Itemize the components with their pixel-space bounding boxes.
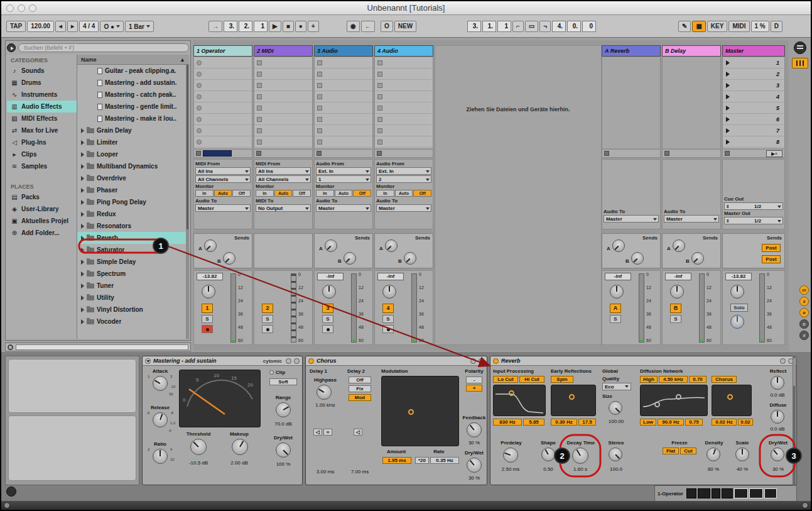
clip-slot[interactable]	[254, 125, 312, 136]
browser-item[interactable]: Vocoder	[77, 316, 189, 327]
clip-slot[interactable]	[254, 114, 312, 125]
session-record-button[interactable]: O	[381, 21, 393, 32]
disclosure-triangle-icon[interactable]	[81, 307, 84, 312]
search-input[interactable]	[18, 43, 189, 52]
clip-stop-button[interactable]	[196, 151, 201, 156]
soft-clip-button[interactable]: Soft	[269, 378, 297, 385]
chorus-rate-value[interactable]: 0.02 Hz	[712, 419, 737, 426]
solo-button[interactable]: S	[262, 315, 273, 323]
track-activator[interactable]: 4	[382, 304, 394, 313]
quantization-menu[interactable]: 1 Bar	[125, 21, 154, 32]
browser-item[interactable]: Tuner	[77, 280, 189, 292]
arm-button[interactable]	[262, 325, 273, 333]
monitor-off-button[interactable]: Off	[232, 190, 251, 197]
scene-slot[interactable]: 2	[723, 69, 784, 80]
volume-display[interactable]: -13.82	[197, 273, 223, 280]
clip-slot[interactable]	[315, 102, 372, 114]
scene-launch-icon[interactable]	[726, 140, 730, 145]
output-route-select[interactable]: Master	[316, 204, 371, 212]
drop-zone[interactable]: Ziehen Sie Dateien und Geräte hierhin.	[435, 45, 602, 345]
attack-knob[interactable]	[153, 376, 168, 391]
scene-slot[interactable]: 8	[723, 136, 784, 148]
pan-knob[interactable]	[322, 285, 336, 299]
clip-slot[interactable]	[194, 136, 252, 148]
input-filter-display[interactable]	[493, 385, 546, 416]
track-header[interactable]: B Delay	[662, 45, 721, 57]
scene-launch-icon[interactable]	[726, 60, 730, 65]
track-activator[interactable]: A	[610, 304, 621, 313]
browser-item[interactable]: Saturator	[77, 244, 189, 256]
loop-start-bars[interactable]: 3.	[467, 21, 481, 32]
feedback-knob[interactable]	[467, 422, 482, 437]
key-map-button[interactable]: KEY	[707, 21, 728, 32]
monitor-in-button[interactable]: In	[316, 190, 334, 197]
scene-launch-icon[interactable]	[726, 72, 730, 77]
disclosure-triangle-icon[interactable]	[81, 164, 84, 169]
place-item[interactable]: ⊕ Add Folder...	[7, 227, 77, 239]
pan-knob[interactable]	[202, 285, 215, 299]
polarity-plus-button[interactable]: +	[466, 385, 482, 392]
device-thumbnail[interactable]	[764, 488, 777, 498]
clip-slot[interactable]	[375, 57, 433, 69]
pre-post-toggle-a[interactable]: Post	[762, 244, 781, 252]
hot-swap-icon[interactable]	[8, 344, 13, 350]
arm-button[interactable]	[382, 325, 394, 333]
list-header[interactable]: Name▲	[77, 55, 189, 65]
scene-slot[interactable]: 4	[723, 91, 784, 102]
size-knob[interactable]	[609, 401, 622, 415]
scene-slot[interactable]: 6	[723, 114, 784, 125]
spin-amount-value[interactable]: 17.5	[578, 419, 596, 426]
device-title[interactable]: Chorus	[317, 358, 337, 364]
computer-midi-keyboard-button[interactable]: ▦	[692, 21, 705, 32]
place-item[interactable]: ◈ User-Library	[7, 203, 77, 215]
device-activator-icon[interactable]	[493, 358, 499, 364]
clip-stop-button[interactable]	[256, 151, 261, 156]
send-b-knob[interactable]	[691, 252, 704, 265]
play-button[interactable]: ▶	[269, 21, 281, 32]
browser-item[interactable]: Grain Delay	[77, 124, 189, 136]
clip-slot[interactable]	[254, 102, 312, 114]
cue-out-select[interactable]: ‖1/2	[724, 202, 783, 210]
device-area-scrollbar[interactable]	[793, 356, 796, 485]
output-route-select[interactable]: Master	[604, 215, 659, 223]
browser-item[interactable]: Utility	[77, 292, 189, 304]
delay1-link-icon[interactable]: ◁	[313, 429, 322, 436]
new-scene-button[interactable]: NEW	[394, 21, 416, 32]
output-route-select[interactable]: Master	[376, 204, 431, 212]
modulation-xy-display[interactable]	[381, 376, 459, 446]
scene-slot[interactable]: 3	[723, 80, 784, 91]
track-header[interactable]: Master	[722, 45, 785, 57]
track-header[interactable]: 4 Audio	[374, 45, 433, 57]
disclosure-triangle-icon[interactable]	[81, 319, 84, 324]
shelf-filter-display[interactable]	[640, 385, 708, 416]
device-fold-icon[interactable]	[145, 358, 151, 364]
highpass-knob[interactable]	[317, 385, 332, 400]
disclosure-triangle-icon[interactable]	[81, 212, 84, 217]
send-b-knob[interactable]	[631, 252, 644, 265]
device-title[interactable]: Mastering - add sustain	[153, 358, 217, 364]
scene-slot[interactable]: 5	[723, 102, 784, 114]
low-freq-value[interactable]: 90.0 Hz	[658, 419, 684, 426]
browser-item[interactable]: Multiband Dynamics	[77, 160, 189, 172]
device-thumbnail[interactable]	[734, 488, 748, 498]
density-knob[interactable]	[706, 448, 720, 461]
track-activator[interactable]: 1	[202, 304, 213, 313]
punch-in-button[interactable]: ⌐	[512, 21, 524, 32]
freeze-cut-button[interactable]: Cut	[680, 448, 696, 454]
track-header[interactable]: A Reverb	[602, 45, 661, 57]
clip-slot[interactable]	[194, 102, 252, 114]
monitor-off-button[interactable]: Off	[353, 190, 371, 197]
clip-slot[interactable]	[194, 69, 252, 80]
high-freq-value[interactable]: 4.50 kHz	[659, 376, 688, 383]
clip-slot[interactable]	[315, 57, 372, 69]
pan-knob[interactable]	[382, 285, 396, 299]
loop-length-beats[interactable]: 0.	[567, 21, 581, 32]
browser-item[interactable]: Looper	[77, 148, 189, 160]
release-knob[interactable]	[153, 412, 168, 427]
disclosure-triangle-icon[interactable]	[81, 200, 84, 205]
track-activator[interactable]: B	[670, 304, 681, 313]
category-item[interactable]: ♪ Sounds	[7, 65, 77, 77]
disclosure-triangle-icon[interactable]	[81, 283, 84, 288]
solo-button[interactable]: S	[382, 315, 394, 323]
delay2-mod-button[interactable]: Mod	[349, 394, 371, 401]
